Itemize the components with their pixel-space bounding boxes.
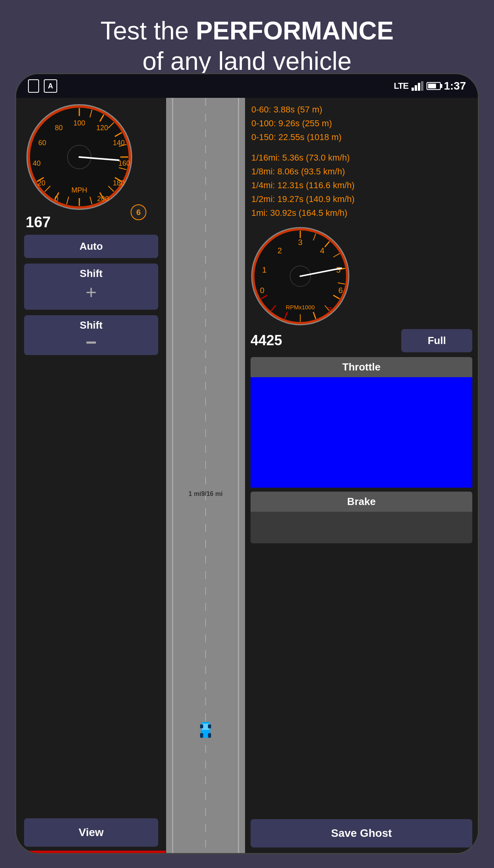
full-mode-button[interactable]: Full [401,329,472,352]
svg-text:80: 80 [55,124,63,132]
rpm-row: 4425 Full [245,329,478,352]
brake-label: Brake [251,492,472,512]
shift-up-label: Shift [24,268,158,280]
main-content: 100 120 140 160 180 200 0 20 40 60 80 [16,98,478,853]
svg-text:120: 120 [96,124,108,132]
stat-1mi: 1mi: 30.92s (164.5 km/h) [251,206,472,220]
phone-frame: A LTE 1:37 [15,73,479,854]
shift-up-button[interactable]: Shift + [24,264,158,310]
tachometer-container: 3 4 5 6 7 2 1 0 [245,225,478,329]
svg-text:0: 0 [54,195,58,203]
center-track: 1 mi9/16 mi [166,98,245,853]
header-line2: of any land vehicle [142,47,352,75]
right-panel: 0-60: 3.88s (57 m) 0-100: 9.26s (255 m) … [245,98,478,853]
stat-1-8: 1/8mi: 8.06s (93.5 km/h) [251,165,472,178]
gear-indicator-wrapper: 6 [131,204,146,220]
phone-screen: 100 120 140 160 180 200 0 20 40 60 80 [16,98,478,853]
time-display: 1:37 [444,80,466,92]
shift-down-label: Shift [24,319,158,331]
save-ghost-button[interactable]: Save Ghost [251,819,472,847]
shift-down-button[interactable]: Shift − [24,315,158,355]
gear-indicator: 6 [131,204,146,220]
shift-down-section: Shift − [16,315,166,355]
status-bar-right: LTE 1:37 [394,80,466,92]
svg-rect-42 [208,724,211,728]
track-lane-left [172,98,173,853]
svg-text:4: 4 [320,246,324,255]
svg-text:160: 160 [118,159,130,167]
svg-text:6: 6 [338,286,342,294]
svg-text:5: 5 [336,265,341,274]
battery-fill [428,84,436,88]
speed-value: 167 [26,214,51,231]
car-icon-wrapper [198,719,213,743]
stat-1-16: 1/16mi: 5.36s (73.0 km/h) [251,151,472,165]
svg-rect-40 [208,733,211,738]
throttle-section: Throttle [245,357,478,488]
auto-mode-bar [16,851,166,853]
track-lane-right [238,98,239,853]
svg-text:1: 1 [262,265,266,274]
stat-1-2: 1/2mi: 19.27s (140.9 km/h) [251,192,472,206]
auto-mode-button[interactable]: Auto [24,235,158,258]
font-a-icon: A [44,79,57,93]
stat-0-100: 0-100: 9.26s (255 m) [251,116,472,130]
svg-text:20: 20 [37,179,45,187]
svg-text:3: 3 [298,238,302,247]
speedometer-container: 100 120 140 160 180 200 0 20 40 60 80 [16,98,166,214]
auto-button-row: Auto [16,235,166,258]
throttle-label: Throttle [251,357,472,377]
svg-text:RPMx1000: RPMx1000 [286,304,314,310]
svg-rect-39 [200,733,203,738]
speedometer-gauge: 100 120 140 160 180 200 0 20 40 60 80 [24,102,135,212]
brake-bar [251,512,472,543]
svg-text:200: 200 [97,195,109,203]
svg-rect-41 [200,724,203,728]
throttle-bar [251,377,472,488]
svg-text:0: 0 [260,286,264,294]
left-panel: 100 120 140 160 180 200 0 20 40 60 80 [16,98,166,853]
track-distance-label: 1 mi9/16 mi [189,490,223,498]
sim-icon [28,79,39,93]
svg-rect-3 [421,81,423,91]
shift-down-icon: − [24,338,158,347]
stat-1-4: 1/4mi: 12.31s (116.6 km/h) [251,178,472,192]
view-button-wrapper: View [16,818,166,853]
svg-rect-2 [418,83,420,91]
shift-up-section: Shift + [16,264,166,310]
rpm-value: 4425 [251,332,282,349]
stats-section: 0-60: 3.88s (57 m) 0-100: 9.26s (255 m) … [245,98,478,225]
svg-text:40: 40 [33,159,41,167]
status-bar: A LTE 1:37 [16,74,478,98]
shift-up-icon: + [86,282,97,303]
header-line1: Test the PERFORMANCE [100,17,393,45]
svg-text:60: 60 [38,139,46,147]
tachometer-gauge: 3 4 5 6 7 2 1 0 [249,225,352,327]
svg-rect-1 [415,85,417,91]
stat-0-60: 0-60: 3.88s (57 m) [251,103,472,116]
signal-icon [412,81,423,91]
svg-rect-0 [412,88,414,91]
svg-text:140: 140 [113,139,125,147]
lte-icon: LTE [394,81,408,91]
svg-text:2: 2 [277,246,282,255]
save-ghost-wrapper: Save Ghost [245,814,478,853]
car-svg [198,719,213,743]
view-button[interactable]: View [24,818,158,847]
stat-0-150: 0-150: 22.55s (1018 m) [251,130,472,144]
battery-icon [427,82,441,90]
brake-section: Brake [245,492,478,543]
svg-text:MPH: MPH [71,186,87,194]
svg-text:180: 180 [113,179,125,187]
status-bar-left: A [28,79,57,93]
svg-text:7: 7 [327,305,332,314]
svg-text:100: 100 [73,119,85,127]
